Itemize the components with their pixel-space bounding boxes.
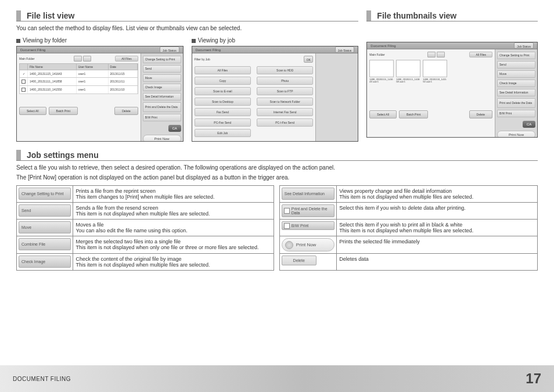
select-all-button[interactable]: Select All (19, 107, 46, 115)
menu-desc: Prints a file from the reprint screenThi… (73, 186, 274, 203)
job-settings-table: Change Setting to PrintPrints a file fro… (16, 185, 538, 271)
menu-desc: Select this item if you wish to delete d… (337, 203, 538, 220)
footer-section: Document Filing (13, 376, 71, 382)
job-filter-button[interactable]: All Files (195, 66, 251, 74)
job-filter-button[interactable]: Scan to FTP (257, 87, 313, 95)
page-footer: Document Filing 17 (0, 365, 554, 392)
all-files-button[interactable]: All Files (115, 56, 138, 62)
heading-job-settings: Job settings menu (16, 150, 538, 161)
action-move[interactable]: Move (143, 74, 181, 82)
select-all-button[interactable]: Select All (369, 110, 397, 118)
job-filter-button[interactable]: Scan to HDD (257, 66, 313, 74)
print-now-button[interactable]: Print Now (143, 135, 181, 142)
job-filter-button[interactable]: Edit Job (195, 129, 251, 137)
menu-desc: Select this item if you wish to print al… (337, 220, 538, 236)
menu-item-check-image: Check Image (19, 256, 71, 268)
menu-desc: Sends a file from the resend screenThis … (73, 203, 274, 220)
job-filter-button[interactable]: Copy (195, 77, 251, 85)
ok-button[interactable]: OK (304, 56, 313, 63)
job-intro-1: Select a file you wish to retrieve, then… (16, 164, 538, 171)
job-filter-button[interactable]: Photo (257, 77, 313, 85)
job-filter-button[interactable]: PC-Fax Send (195, 118, 251, 127)
job-filter-button[interactable]: Scan to E-mail (195, 87, 251, 95)
menu-item-move: Move (19, 221, 71, 233)
menu-item-print-and-delete-the-data: Print and Delete the Data (282, 204, 334, 217)
page-number: 17 (526, 371, 541, 387)
menu-desc: Prints the selected file immediately (337, 236, 538, 254)
action-detail[interactable]: See Detail Information (143, 93, 181, 100)
menu-item-b-w-print: B/W Print (282, 221, 334, 230)
menu-desc: Check the content of the original file b… (73, 254, 274, 271)
menu-item-delete: Delete (282, 256, 316, 265)
menu-item-change-setting-to-print: Change Setting to Print (19, 188, 71, 200)
ca-button[interactable]: CA (168, 125, 181, 132)
menu-item-print-now: Print Now (282, 238, 334, 251)
batch-print-button[interactable]: Batch Print (49, 107, 78, 115)
list-icon[interactable] (427, 52, 436, 57)
batch-print-button[interactable]: Batch Print (399, 110, 428, 118)
job-filter-button[interactable]: PC-I-Fax Send (257, 118, 313, 127)
screenshot-job: Document FilingJob Status Filter by Job … (192, 46, 359, 142)
heading-thumb: File thumbnails view (366, 10, 538, 21)
action-bw[interactable]: B/W Print (143, 114, 181, 121)
action-check[interactable]: Check Image (143, 84, 181, 91)
job-filter-button[interactable]: Fax Send (195, 108, 251, 116)
action-pad[interactable]: Print and Delete the Data (143, 102, 181, 112)
job-intro-2: The [Print Now] operation is not display… (16, 174, 538, 181)
action-send[interactable]: Send (143, 65, 181, 73)
menu-desc: Views property change and file detail in… (337, 186, 538, 203)
sub-folder: Viewing by folder (16, 37, 184, 44)
menu-desc: Deletes data (337, 254, 538, 271)
screenshot-thumbnails: Document FilingJob Status Main Folder Al… (366, 42, 538, 138)
thumb-icon[interactable] (83, 56, 91, 62)
intro-text: You can select the method to display fil… (16, 25, 358, 31)
menu-desc: Moves a fileYou can also edit the file n… (73, 220, 274, 236)
menu-desc: Merges the selected two files into a sin… (73, 236, 274, 254)
job-filter-button[interactable]: Internet Fax Send (257, 108, 313, 116)
delete-button[interactable]: Delete (469, 110, 492, 118)
menu-item-see-detail-information: See Detail Information (282, 188, 334, 200)
thumb-icon[interactable] (437, 52, 445, 57)
list-icon[interactable] (74, 56, 82, 62)
job-filter-button[interactable]: Scan to Network Folder (257, 98, 313, 106)
action-change[interactable]: Change Setting to Print (143, 56, 181, 63)
sub-job: Viewing by job (192, 37, 359, 44)
menu-item-send: Send (19, 204, 71, 217)
job-filter-button[interactable]: Scan to Desktop (195, 98, 251, 106)
all-files-button[interactable]: All Files (469, 52, 492, 57)
screenshot-folder: Document FilingJob Status Main Folder Al… (16, 46, 184, 142)
heading-file-list: File list view (16, 10, 358, 21)
delete-button[interactable]: Delete (114, 107, 138, 115)
menu-item-combine-file: Combine File (19, 238, 71, 250)
